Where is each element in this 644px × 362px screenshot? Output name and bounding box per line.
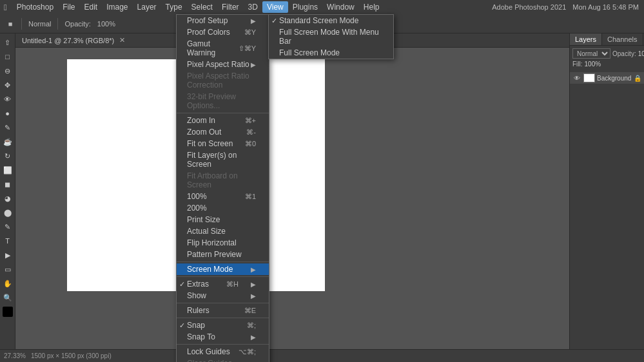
menu-item-file[interactable]: File	[58, 1, 79, 13]
menu-item-view[interactable]: View	[262, 1, 288, 13]
crop-tool[interactable]: ✥	[1, 79, 14, 91]
fit-on-screen-label: Fit on Screen	[187, 139, 233, 148]
opacity-value: 100%	[97, 20, 115, 28]
print-size-label: Print Size	[187, 215, 220, 224]
menu-lock-guides[interactable]: Lock Guides ⌥⌘;	[177, 346, 269, 357]
layer-thumbnail	[583, 73, 595, 82]
gamut-warning-label: Gamut Warning	[187, 39, 233, 57]
menu-actual-size[interactable]: Actual Size	[177, 225, 269, 237]
tab-layers[interactable]: Layers	[570, 33, 602, 45]
zoom-in-shortcut: ⌘+	[245, 117, 256, 125]
eraser-tool[interactable]: ⬜	[1, 164, 14, 176]
snap-label: Snap	[187, 321, 205, 330]
standard-screen-check: ✓	[271, 17, 277, 25]
layer-visibility-icon[interactable]: 👁	[572, 73, 581, 82]
selection-tool[interactable]: □	[1, 50, 14, 63]
view-menu-dropdown: Proof Setup ▶ Proof Colors ⌘Y Gamut Warn…	[176, 14, 269, 362]
extras-label: Extras	[187, 280, 209, 289]
100percent-shortcut: ⌘1	[245, 193, 256, 201]
canvas-area: Untitled-1 @ 27.3% (RGB/8*) ✕	[15, 33, 569, 349]
left-panel: ⇧ □ ⊖ ✥ 👁 ● ✎ ☕ ↻ ⬜ ◼ ◕ ⬤ ✎ T ▶ ▭ ✋ 🔍	[0, 33, 15, 349]
pixel-aspect-ratio-label: Pixel Aspect Ratio	[187, 60, 249, 69]
pen-tool[interactable]: ✎	[1, 220, 14, 233]
menu-zoom-in[interactable]: Zoom In ⌘+	[177, 115, 269, 126]
menu-item-type[interactable]: Type	[161, 1, 187, 13]
menu-item-help[interactable]: Help	[359, 1, 384, 13]
lasso-tool[interactable]: ⊖	[1, 64, 14, 77]
menu-flip-horizontal[interactable]: Flip Horizontal	[177, 237, 269, 249]
menu-print-size[interactable]: Print Size	[177, 214, 269, 225]
menu-fit-layers[interactable]: Fit Layer(s) on Screen	[177, 149, 269, 170]
shape-tool[interactable]: ▭	[1, 263, 14, 276]
menu-extras[interactable]: ✓ Extras ⌘H ▶	[177, 278, 269, 290]
move-tool[interactable]: ⇧	[1, 36, 14, 49]
menu-proof-setup[interactable]: Proof Setup ▶	[177, 15, 269, 26]
menu-item-window[interactable]: Window	[322, 1, 359, 13]
menu-item-image[interactable]: Image	[102, 1, 132, 13]
menu-screen-mode[interactable]: Screen Mode ▶	[177, 263, 269, 275]
menu-item-photoshop[interactable]: Photoshop	[12, 1, 58, 13]
fill-row: Fill: 100%	[572, 61, 641, 68]
submenu-fullscreen[interactable]: Full Screen Mode	[269, 47, 393, 59]
healing-tool[interactable]: ●	[1, 107, 14, 120]
zoom-in-label: Zoom In	[187, 116, 215, 125]
fit-on-screen-shortcut: ⌘0	[245, 140, 256, 148]
hand-tool[interactable]: ✋	[1, 277, 14, 290]
menu-item-layer[interactable]: Layer	[133, 1, 161, 13]
menu-pixel-aspect-ratio[interactable]: Pixel Aspect Ratio ▶	[177, 59, 269, 70]
menu-200percent[interactable]: 200%	[177, 202, 269, 214]
eyedropper-tool[interactable]: 👁	[1, 93, 14, 106]
clone-stamp-tool[interactable]: ☕	[1, 135, 14, 148]
100percent-label: 100%	[187, 192, 207, 201]
menu-zoom-out[interactable]: Zoom Out ⌘-	[177, 126, 269, 138]
sep-5	[177, 318, 269, 318]
tab-channels[interactable]: Channels	[602, 33, 643, 45]
type-tool[interactable]: T	[1, 234, 14, 247]
menu-item-select[interactable]: Select	[187, 1, 217, 13]
brush-tool[interactable]: ✎	[1, 121, 14, 134]
menu-snap-to[interactable]: Snap To ▶	[177, 331, 269, 343]
menu-pattern-preview[interactable]: Pattern Preview	[177, 249, 269, 260]
document-dimensions: 1500 px × 1500 px (300 ppi)	[31, 352, 112, 359]
standard-screen-label: Standard Screen Mode	[279, 16, 358, 25]
snap-check: ✓	[179, 321, 185, 330]
menu-proof-colors[interactable]: Proof Colors ⌘Y	[177, 26, 269, 38]
apple-icon[interactable]: 	[4, 3, 7, 12]
foreground-color[interactable]	[3, 307, 13, 317]
layer-name: Background	[597, 75, 631, 82]
menu-fit-on-screen[interactable]: Fit on Screen ⌘0	[177, 138, 269, 149]
rulers-label: Rulers	[187, 306, 210, 315]
menu-gamut-warning[interactable]: Gamut Warning ⇧⌘Y	[177, 38, 269, 59]
tool-options-icon[interactable]: ■	[4, 17, 17, 30]
path-selection-tool[interactable]: ▶	[1, 249, 14, 262]
menu-100percent[interactable]: 100% ⌘1	[177, 191, 269, 202]
menu-rulers[interactable]: Rulers ⌘E	[177, 305, 269, 316]
fullscreen-label: Full Screen Mode	[279, 48, 340, 57]
submenu-standard-screen[interactable]: ✓ Standard Screen Mode	[269, 15, 393, 26]
fill-value: 100%	[585, 61, 601, 68]
menu-show[interactable]: Show ▶	[177, 290, 269, 301]
screen-mode-submenu: ✓ Standard Screen Mode Full Screen Mode …	[268, 14, 394, 59]
menu-item-edit[interactable]: Edit	[79, 1, 102, 13]
submenu-fullscreen-menu-bar[interactable]: Full Screen Mode With Menu Bar	[269, 26, 393, 47]
history-brush-tool[interactable]: ↻	[1, 149, 14, 162]
menu-item-plugins[interactable]: Plugins	[288, 1, 322, 13]
sep-3	[177, 276, 269, 277]
blend-mode-dropdown[interactable]: Normal	[572, 48, 610, 59]
lock-guides-label: Lock Guides	[187, 347, 230, 356]
menu-snap[interactable]: ✓ Snap ⌘;	[177, 319, 269, 331]
gamut-warning-shortcut: ⇧⌘Y	[239, 44, 256, 53]
blur-tool[interactable]: ◕	[1, 192, 14, 205]
screen-mode-arrow: ▶	[251, 266, 256, 273]
close-tab-icon[interactable]: ✕	[119, 36, 125, 44]
dodge-tool[interactable]: ⬤	[1, 206, 14, 219]
snap-to-label: Snap To	[187, 332, 215, 341]
gradient-tool[interactable]: ◼	[1, 178, 14, 191]
menu-item-filter[interactable]: Filter	[217, 1, 244, 13]
zoom-tool[interactable]: 🔍	[1, 291, 14, 304]
clear-guides-label: Clear Guides	[187, 359, 232, 362]
layer-row-background[interactable]: 👁 Background 🔒	[570, 72, 644, 84]
show-label: Show	[187, 291, 206, 300]
document-title: Untitled-1 @ 27.3% (RGB/8*)	[22, 37, 114, 44]
menu-item-3d[interactable]: 3D	[244, 1, 262, 13]
